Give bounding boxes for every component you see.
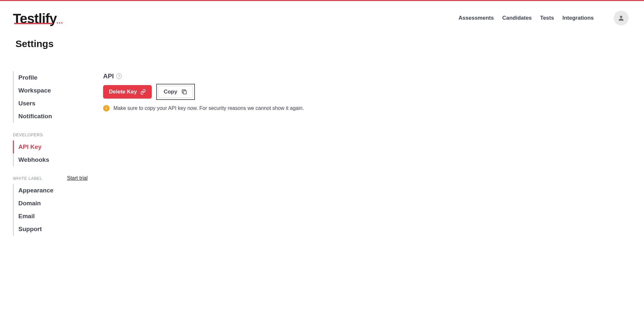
copy-label: Copy bbox=[164, 89, 178, 95]
sidebar-item-profile[interactable]: Profile bbox=[13, 71, 90, 84]
logo-underline bbox=[14, 23, 53, 24]
top-nav: Assessments Candidates Tests Integration… bbox=[458, 15, 594, 21]
sidebar-item-users[interactable]: Users bbox=[13, 97, 90, 110]
delete-key-label: Delete Key bbox=[109, 89, 137, 95]
sidebar-section-white-label: WHITE LABEL bbox=[13, 172, 42, 184]
warning-icon: ! bbox=[103, 105, 110, 112]
link-icon bbox=[140, 89, 146, 95]
sidebar-item-support[interactable]: Support bbox=[13, 223, 90, 236]
start-trial-link[interactable]: Start trial bbox=[67, 175, 88, 181]
sidebar-group-developers: API Key Webhooks bbox=[13, 141, 90, 166]
sidebar-group-white-label: Appearance Domain Email Support bbox=[13, 184, 90, 236]
sidebar-item-notification[interactable]: Notification bbox=[13, 110, 90, 123]
nav-candidates[interactable]: Candidates bbox=[502, 15, 532, 21]
api-heading-text: API bbox=[103, 73, 114, 80]
logo[interactable]: Testlify bbox=[13, 12, 57, 24]
sidebar-section-developers: DEVELOPERS bbox=[13, 129, 90, 141]
settings-sidebar: Profile Workspace Users Notification DEV… bbox=[13, 71, 90, 241]
sidebar-item-api-key[interactable]: API Key bbox=[13, 141, 90, 153]
help-icon[interactable]: ? bbox=[116, 73, 122, 79]
user-icon bbox=[618, 15, 625, 22]
sidebar-item-domain[interactable]: Domain bbox=[13, 197, 90, 210]
sidebar-item-email[interactable]: Email bbox=[13, 210, 90, 223]
main: Profile Workspace Users Notification DEV… bbox=[0, 65, 644, 248]
api-button-row: Delete Key Copy bbox=[103, 84, 631, 100]
page-title: Settings bbox=[15, 38, 644, 49]
copy-button-highlight: Copy bbox=[156, 84, 195, 100]
avatar[interactable] bbox=[614, 11, 629, 25]
content-api-key: API ? Delete Key Copy bbox=[103, 71, 631, 241]
nav-tests[interactable]: Tests bbox=[540, 15, 554, 21]
sidebar-group-account: Profile Workspace Users Notification bbox=[13, 71, 90, 123]
copy-icon bbox=[181, 89, 187, 95]
delete-key-button[interactable]: Delete Key bbox=[103, 85, 152, 99]
sidebar-item-webhooks[interactable]: Webhooks bbox=[13, 153, 90, 166]
svg-rect-1 bbox=[183, 91, 187, 94]
api-warning-text: Make sure to copy your API key now. For … bbox=[113, 105, 304, 111]
api-heading: API ? bbox=[103, 73, 631, 80]
copy-button[interactable]: Copy bbox=[158, 86, 193, 98]
nav-assessments[interactable]: Assessments bbox=[458, 15, 494, 21]
sidebar-item-workspace[interactable]: Workspace bbox=[13, 84, 90, 97]
header-right: Assessments Candidates Tests Integration… bbox=[458, 11, 629, 25]
nav-integrations[interactable]: Integrations bbox=[562, 15, 594, 21]
sidebar-item-appearance[interactable]: Appearance bbox=[13, 184, 90, 197]
header: Testlify Assessments Candidates Tests In… bbox=[0, 1, 644, 32]
api-warning-row: ! Make sure to copy your API key now. Fo… bbox=[103, 105, 631, 112]
svg-point-0 bbox=[620, 16, 622, 18]
